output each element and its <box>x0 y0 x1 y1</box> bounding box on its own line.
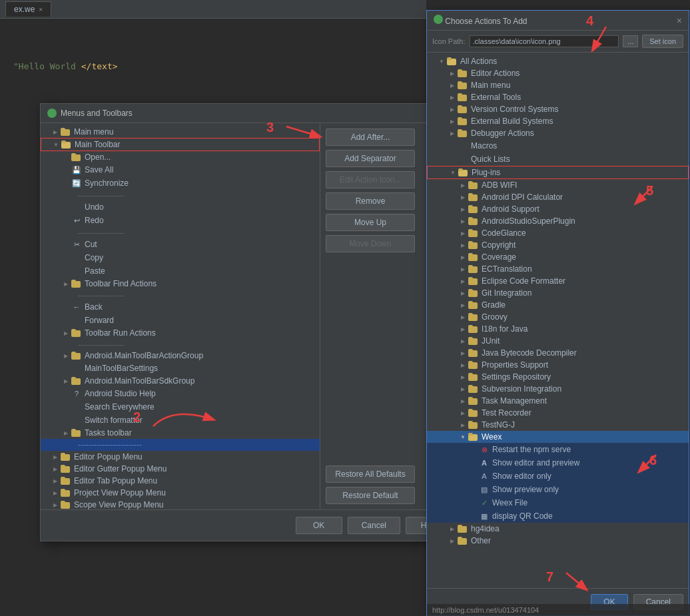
tree-item-paste[interactable]: Paste <box>41 264 320 278</box>
actions-tree-groovy[interactable]: Groovy <box>427 311 689 323</box>
actions-tree-editor-actions[interactable]: Editor Actions <box>427 67 689 79</box>
actions-tree-copyright[interactable]: Copyright <box>427 239 689 251</box>
actions-tree-quick-lists[interactable]: Quick Lists <box>427 153 689 166</box>
separator-selected[interactable]: ------------------------ <box>41 439 320 451</box>
tree-item-editor-tab-popup[interactable]: Editor Tab Popup Menu <box>41 475 320 487</box>
actions-tree-task-mgmt[interactable]: Task Management <box>427 395 689 407</box>
actions-tree-plug-ins[interactable]: Plug-ins <box>427 166 689 179</box>
add-after-button[interactable]: Add After... <box>326 129 415 146</box>
tree-item-main-toolbar-settings[interactable]: MainToolBarSettings <box>41 362 320 375</box>
actions-tree-all-actions[interactable]: All Actions <box>427 55 689 67</box>
move-down-button[interactable]: Move Down <box>326 235 415 252</box>
tree-item-android-main[interactable]: Android.MainToolBarActionGroup <box>41 350 320 362</box>
tree-item-redo[interactable]: ↩ Redo <box>41 214 320 227</box>
tree-item-switch-formatter[interactable]: Switch formatter <box>41 414 320 427</box>
actions-tree-codeglance[interactable]: CodeGlance <box>427 227 689 239</box>
redo-label: Redo <box>85 216 104 225</box>
icon-browse-button[interactable]: ... <box>623 35 638 47</box>
tree-item-forward[interactable]: Forward <box>41 314 320 327</box>
tree-item-save-all[interactable]: 💾 Save All <box>41 163 320 176</box>
code-string: "Hello World <box>13 61 81 71</box>
restore-default-button[interactable]: Restore Default <box>326 487 415 504</box>
tree-item-back[interactable]: ← Back <box>41 300 320 314</box>
tasks-toolbar-label: Tasks toolbar <box>85 428 132 438</box>
tree-item-toolbar-find[interactable]: Toolbar Find Actions <box>41 278 320 290</box>
actions-tree-external-tools[interactable]: External Tools <box>427 91 689 103</box>
actions-tree-display-qr[interactable]: ▦ display QR Code <box>427 509 689 523</box>
actions-tree-main-menu[interactable]: Main menu <box>427 79 689 91</box>
sep-line-4: ------------------- <box>78 340 125 348</box>
test-recorder-label: Test Recorder <box>482 408 531 418</box>
preview-only-icon: ▤ <box>479 484 490 495</box>
paste-label: Paste <box>85 266 105 276</box>
tree-item-editor-gutter-popup[interactable]: Editor Gutter Popup Menu <box>41 463 320 475</box>
actions-tree-android-support[interactable]: Android Support <box>427 203 689 215</box>
edit-action-icon-button[interactable]: Edit Action Icon... <box>326 171 415 188</box>
tree-item-editor-popup[interactable]: Editor Popup Menu <box>41 451 320 463</box>
tree-item-sync[interactable]: 🔄 Synchronize <box>41 176 320 190</box>
actions-tree-adb-wifi[interactable]: ADB WIFI <box>427 179 689 191</box>
actions-tree-hg4idea[interactable]: hg4idea <box>427 523 689 535</box>
arrow-project-view <box>51 489 59 497</box>
actions-tree-test-recorder[interactable]: Test Recorder <box>427 407 689 419</box>
tree-item-undo[interactable]: Undo <box>41 200 320 214</box>
actions-tree-weex[interactable]: Weex <box>427 431 689 443</box>
restore-all-button[interactable]: Restore All Defaults <box>326 465 415 483</box>
actions-tree-macros[interactable]: Macros <box>427 139 689 153</box>
arrow-testng <box>459 421 467 429</box>
actions-tree-testng[interactable]: TestNG-J <box>427 419 689 431</box>
actions-tree-vcs[interactable]: Version Control Systems <box>427 103 689 115</box>
tree-item-android-help[interactable]: ? Android Studio Help <box>41 387 320 400</box>
remove-button[interactable]: Remove <box>326 192 415 210</box>
actions-tree-i18n[interactable]: I18n for Java <box>427 323 689 335</box>
tree-item-search-everywhere[interactable]: Search Everywhere <box>41 400 320 414</box>
tree-item-main-menu[interactable]: Main menu <box>41 126 320 138</box>
tree-item-open[interactable]: Open... <box>41 151 320 163</box>
actions-tree-other[interactable]: Other <box>427 535 689 547</box>
actions-tree-android-super[interactable]: AndroidStudioSuperPlugin <box>427 215 689 227</box>
tree-item-main-toolbar[interactable]: Main Toolbar <box>41 138 320 151</box>
menus-toolbars-dialog: Menus and Toolbars × Main menu Main Tool… <box>40 103 460 541</box>
actions-tree-junit[interactable]: JUnit <box>427 335 689 347</box>
sep-line-2: ------------------- <box>78 228 125 236</box>
tree-item-android-sdk[interactable]: Android.MainToolBarSdkGroup <box>41 375 320 387</box>
folder-main-menu <box>61 128 71 136</box>
actions-tree-show-editor-preview[interactable]: A Show editor and preview <box>427 456 689 469</box>
actions-dialog-close-button[interactable]: × <box>677 15 682 26</box>
tree-item-toolbar-run[interactable]: Toolbar Run Actions <box>41 327 320 339</box>
actions-tree-show-editor-only[interactable]: A Show editor only <box>427 469 689 483</box>
actions-tree-git[interactable]: Git Integration <box>427 287 689 299</box>
tree-item-project-view-popup[interactable]: Project View Popup Menu <box>41 487 320 499</box>
menus-ok-button[interactable]: OK <box>296 517 342 534</box>
actions-tree-coverage[interactable]: Coverage <box>427 251 689 263</box>
actions-tree-java-bytecode[interactable]: Java Bytecode Decompiler <box>427 347 689 359</box>
folder-copyright <box>468 241 479 249</box>
actions-tree-ectranslation[interactable]: ECTranslation <box>427 263 689 275</box>
editor-tab[interactable]: ex.we × <box>5 1 51 17</box>
tree-item-cut[interactable]: ✂ Cut <box>41 238 320 251</box>
actions-tree-weex-file[interactable]: ✓ Weex File <box>427 496 689 509</box>
tab-close-icon[interactable]: × <box>39 6 43 13</box>
actions-tree-debugger[interactable]: Debugger Actions <box>427 127 689 139</box>
actions-tree-ext-build[interactable]: External Build Systems <box>427 115 689 127</box>
actions-tree-properties-support[interactable]: Properties Support <box>427 359 689 371</box>
title-left: Menus and Toolbars <box>47 109 133 118</box>
actions-tree-show-preview-only[interactable]: ▤ Show preview only <box>427 483 689 496</box>
actions-tree-svn[interactable]: Subversion Integration <box>427 383 689 395</box>
debugger-label: Debugger Actions <box>471 129 534 138</box>
arrow-junit <box>459 337 467 345</box>
move-up-button[interactable]: Move Up <box>326 214 415 231</box>
icon-path-input[interactable] <box>470 35 619 47</box>
other-label: Other <box>471 536 491 545</box>
tree-item-copy[interactable]: Copy <box>41 251 320 264</box>
tree-item-tasks-toolbar[interactable]: Tasks toolbar <box>41 427 320 439</box>
actions-tree-gradle[interactable]: Gradle <box>427 299 689 311</box>
set-icon-button[interactable]: Set icon <box>642 35 683 48</box>
add-separator-button[interactable]: Add Separator <box>326 150 415 167</box>
menus-cancel-button[interactable]: Cancel <box>348 517 400 534</box>
actions-tree-eclipse-formatter[interactable]: Eclipse Code Formatter <box>427 275 689 287</box>
actions-tree-restart-npm[interactable]: ⊗ Restart the npm serve <box>427 443 689 456</box>
tree-item-scope-view-popup[interactable]: Scope View Popup Menu <box>41 499 320 509</box>
actions-tree-android-dpi[interactable]: Android DPI Calculator <box>427 191 689 203</box>
actions-tree-settings-repo[interactable]: Settings Repository <box>427 371 689 383</box>
